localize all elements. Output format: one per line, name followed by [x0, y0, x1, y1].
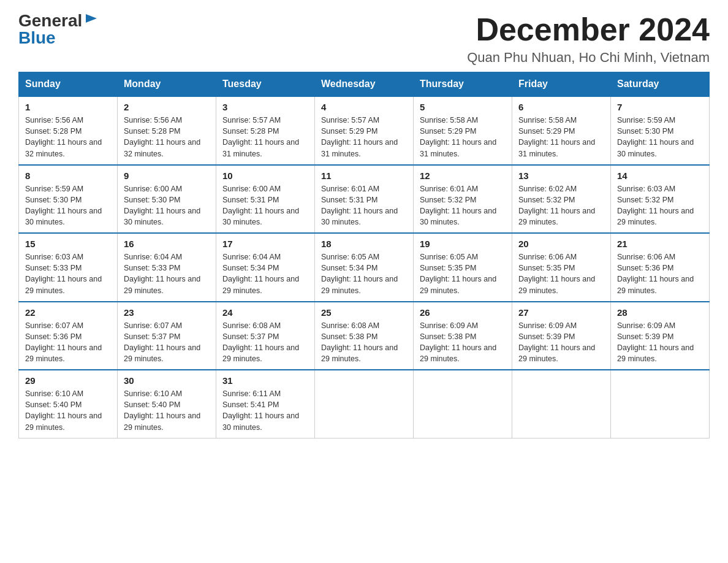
calendar-week-4: 22Sunrise: 6:07 AMSunset: 5:36 PMDayligh… — [19, 302, 710, 370]
calendar-cell: 14Sunrise: 6:03 AMSunset: 5:32 PMDayligh… — [611, 165, 710, 234]
calendar-cell: 6Sunrise: 5:58 AMSunset: 5:29 PMDaylight… — [512, 96, 611, 165]
weekday-header-row: SundayMondayTuesdayWednesdayThursdayFrid… — [19, 72, 710, 97]
day-info: Sunrise: 6:08 AMSunset: 5:37 PMDaylight:… — [222, 320, 308, 365]
day-number: 16 — [124, 239, 210, 249]
day-number: 11 — [321, 170, 407, 181]
day-info: Sunrise: 6:04 AMSunset: 5:34 PMDaylight:… — [222, 251, 308, 296]
day-info: Sunrise: 6:01 AMSunset: 5:32 PMDaylight:… — [420, 183, 506, 228]
calendar-cell: 19Sunrise: 6:05 AMSunset: 5:35 PMDayligh… — [414, 233, 512, 302]
calendar-cell — [611, 370, 710, 438]
day-number: 29 — [25, 375, 111, 386]
day-number: 21 — [617, 239, 703, 249]
day-number: 23 — [124, 307, 210, 318]
day-info: Sunrise: 5:59 AMSunset: 5:30 PMDaylight:… — [617, 115, 703, 159]
day-number: 24 — [222, 307, 308, 318]
day-info: Sunrise: 5:56 AMSunset: 5:28 PMDaylight:… — [124, 115, 210, 159]
calendar-cell — [315, 370, 414, 438]
day-number: 26 — [420, 307, 506, 318]
weekday-header-monday: Monday — [118, 72, 216, 97]
calendar-cell: 5Sunrise: 5:58 AMSunset: 5:29 PMDaylight… — [414, 96, 512, 165]
calendar-cell: 2Sunrise: 5:56 AMSunset: 5:28 PMDaylight… — [118, 96, 216, 165]
day-number: 15 — [25, 239, 111, 249]
day-info: Sunrise: 6:09 AMSunset: 5:38 PMDaylight:… — [420, 320, 506, 365]
day-info: Sunrise: 6:06 AMSunset: 5:36 PMDaylight:… — [617, 251, 703, 296]
calendar-cell: 8Sunrise: 5:59 AMSunset: 5:30 PMDaylight… — [19, 165, 118, 234]
day-number: 25 — [321, 307, 407, 318]
day-number: 17 — [222, 239, 308, 249]
day-number: 19 — [420, 239, 506, 249]
calendar-cell: 9Sunrise: 6:00 AMSunset: 5:30 PMDaylight… — [118, 165, 216, 234]
day-info: Sunrise: 6:07 AMSunset: 5:37 PMDaylight:… — [124, 320, 210, 365]
day-number: 10 — [222, 170, 308, 181]
day-info: Sunrise: 6:08 AMSunset: 5:38 PMDaylight:… — [321, 320, 407, 365]
weekday-header-friday: Friday — [512, 72, 611, 97]
day-info: Sunrise: 5:58 AMSunset: 5:29 PMDaylight:… — [518, 115, 604, 159]
day-number: 9 — [124, 170, 210, 181]
day-number: 5 — [420, 102, 506, 112]
day-info: Sunrise: 6:09 AMSunset: 5:39 PMDaylight:… — [617, 320, 703, 365]
calendar-cell: 28Sunrise: 6:09 AMSunset: 5:39 PMDayligh… — [611, 302, 710, 370]
day-number: 14 — [617, 170, 703, 181]
day-info: Sunrise: 5:57 AMSunset: 5:29 PMDaylight:… — [321, 115, 407, 159]
calendar-cell: 18Sunrise: 6:05 AMSunset: 5:34 PMDayligh… — [315, 233, 414, 302]
calendar-cell — [512, 370, 611, 438]
calendar-week-5: 29Sunrise: 6:10 AMSunset: 5:40 PMDayligh… — [19, 370, 710, 438]
logo: General Blue — [18, 12, 98, 47]
day-info: Sunrise: 6:09 AMSunset: 5:39 PMDaylight:… — [518, 320, 604, 365]
calendar-cell: 3Sunrise: 5:57 AMSunset: 5:28 PMDaylight… — [216, 96, 315, 165]
day-number: 6 — [518, 102, 604, 112]
calendar-cell: 7Sunrise: 5:59 AMSunset: 5:30 PMDaylight… — [611, 96, 710, 165]
calendar-cell: 1Sunrise: 5:56 AMSunset: 5:28 PMDaylight… — [19, 96, 118, 165]
calendar-title: December 2024 — [467, 12, 710, 47]
calendar-cell: 4Sunrise: 5:57 AMSunset: 5:29 PMDaylight… — [315, 96, 414, 165]
day-info: Sunrise: 6:04 AMSunset: 5:33 PMDaylight:… — [124, 251, 210, 296]
weekday-header-thursday: Thursday — [414, 72, 512, 97]
day-info: Sunrise: 6:00 AMSunset: 5:31 PMDaylight:… — [222, 183, 308, 228]
calendar-cell: 13Sunrise: 6:02 AMSunset: 5:32 PMDayligh… — [512, 165, 611, 234]
title-area: December 2024 Quan Phu Nhuan, Ho Chi Min… — [467, 12, 710, 66]
header: General Blue December 2024 Quan Phu Nhua… — [18, 12, 710, 66]
day-info: Sunrise: 6:11 AMSunset: 5:41 PMDaylight:… — [222, 388, 308, 433]
calendar-cell: 25Sunrise: 6:08 AMSunset: 5:38 PMDayligh… — [315, 302, 414, 370]
calendar-cell: 26Sunrise: 6:09 AMSunset: 5:38 PMDayligh… — [414, 302, 512, 370]
day-number: 2 — [124, 102, 210, 112]
calendar-cell: 27Sunrise: 6:09 AMSunset: 5:39 PMDayligh… — [512, 302, 611, 370]
day-number: 28 — [617, 307, 703, 318]
day-info: Sunrise: 6:10 AMSunset: 5:40 PMDaylight:… — [25, 388, 111, 433]
calendar-week-1: 1Sunrise: 5:56 AMSunset: 5:28 PMDaylight… — [19, 96, 710, 165]
calendar-cell: 20Sunrise: 6:06 AMSunset: 5:35 PMDayligh… — [512, 233, 611, 302]
day-info: Sunrise: 5:57 AMSunset: 5:28 PMDaylight:… — [222, 115, 308, 159]
calendar-cell: 22Sunrise: 6:07 AMSunset: 5:36 PMDayligh… — [19, 302, 118, 370]
day-number: 31 — [222, 375, 308, 386]
svg-marker-0 — [86, 14, 97, 23]
calendar-cell: 10Sunrise: 6:00 AMSunset: 5:31 PMDayligh… — [216, 165, 315, 234]
calendar-cell: 16Sunrise: 6:04 AMSunset: 5:33 PMDayligh… — [118, 233, 216, 302]
calendar-cell: 24Sunrise: 6:08 AMSunset: 5:37 PMDayligh… — [216, 302, 315, 370]
logo-blue: Blue — [18, 28, 56, 47]
calendar-cell: 23Sunrise: 6:07 AMSunset: 5:37 PMDayligh… — [118, 302, 216, 370]
day-info: Sunrise: 6:03 AMSunset: 5:32 PMDaylight:… — [617, 183, 703, 228]
calendar-table: SundayMondayTuesdayWednesdayThursdayFrid… — [18, 72, 710, 439]
day-info: Sunrise: 6:00 AMSunset: 5:30 PMDaylight:… — [124, 183, 210, 228]
calendar-cell: 29Sunrise: 6:10 AMSunset: 5:40 PMDayligh… — [19, 370, 118, 438]
calendar-cell — [414, 370, 512, 438]
day-info: Sunrise: 6:01 AMSunset: 5:31 PMDaylight:… — [321, 183, 407, 228]
calendar-week-2: 8Sunrise: 5:59 AMSunset: 5:30 PMDaylight… — [19, 165, 710, 234]
calendar-cell: 17Sunrise: 6:04 AMSunset: 5:34 PMDayligh… — [216, 233, 315, 302]
day-number: 3 — [222, 102, 308, 112]
day-info: Sunrise: 5:58 AMSunset: 5:29 PMDaylight:… — [420, 115, 506, 159]
weekday-header-sunday: Sunday — [19, 72, 118, 97]
weekday-header-tuesday: Tuesday — [216, 72, 315, 97]
day-number: 7 — [617, 102, 703, 112]
calendar-cell: 21Sunrise: 6:06 AMSunset: 5:36 PMDayligh… — [611, 233, 710, 302]
day-info: Sunrise: 6:02 AMSunset: 5:32 PMDaylight:… — [518, 183, 604, 228]
day-info: Sunrise: 5:59 AMSunset: 5:30 PMDaylight:… — [25, 183, 111, 228]
day-number: 22 — [25, 307, 111, 318]
day-number: 27 — [518, 307, 604, 318]
day-number: 18 — [321, 239, 407, 249]
day-info: Sunrise: 5:56 AMSunset: 5:28 PMDaylight:… — [25, 115, 111, 159]
calendar-cell: 12Sunrise: 6:01 AMSunset: 5:32 PMDayligh… — [414, 165, 512, 234]
day-number: 20 — [518, 239, 604, 249]
logo-general: General — [18, 12, 82, 29]
day-info: Sunrise: 6:03 AMSunset: 5:33 PMDaylight:… — [25, 251, 111, 296]
